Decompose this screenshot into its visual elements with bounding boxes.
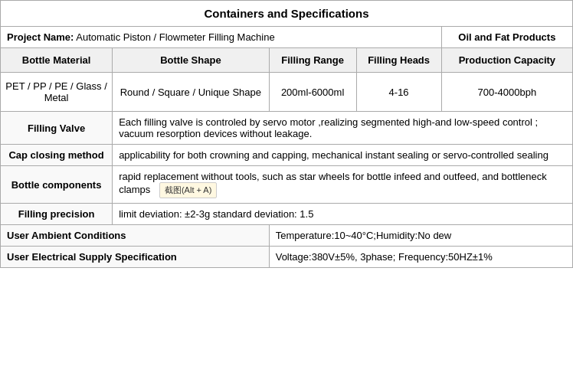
bottle-components-label: Bottle components: [1, 166, 113, 204]
project-row: Project Name: Automatic Piston / Flowmet…: [1, 27, 573, 48]
cap-closing-content: applicability for both crowning and capp…: [113, 145, 573, 166]
bottle-material-value: PET / PP / PE / Glass / Metal: [1, 73, 113, 112]
table-title: Containers and Specifications: [1, 1, 573, 27]
col-header-production: Production Capacity: [441, 48, 572, 73]
col-header-filling-range: Filling Range: [269, 48, 356, 73]
header-row: Bottle Material Bottle Shape Filling Ran…: [1, 48, 573, 73]
bottle-shape-value: Round / Square / Unique Shape: [113, 73, 270, 112]
cap-closing-label: Cap closing method: [1, 145, 113, 166]
project-name-cell: Project Name: Automatic Piston / Flowmet…: [1, 27, 442, 48]
filling-valve-row: Filling Valve Each filling valve is cont…: [1, 112, 573, 145]
filling-heads-value: 4-16: [356, 73, 441, 112]
product-type: Oil and Fat Products: [441, 27, 572, 48]
filling-range-value: 200ml-6000ml: [269, 73, 356, 112]
bottle-components-content: rapid replacement without tools, such as…: [113, 166, 573, 204]
bottle-components-row: Bottle components rapid replacement with…: [1, 166, 573, 204]
electrical-supply-content: Voltage:380V±5%, 3phase; Frequency:50HZ±…: [269, 247, 572, 268]
ambient-conditions-row: User Ambient Conditions Temperature:10~4…: [1, 225, 573, 247]
filling-precision-label: Filling precision: [1, 204, 113, 225]
cap-closing-row: Cap closing method applicability for bot…: [1, 145, 573, 166]
col-header-material: Bottle Material: [1, 48, 113, 73]
filling-valve-content: Each filling valve is controled by servo…: [113, 112, 573, 145]
project-name: Automatic Piston / Flowmeter Filling Mac…: [76, 31, 274, 43]
col-header-shape: Bottle Shape: [113, 48, 270, 73]
screenshot-badge[interactable]: 截图(Alt + A): [159, 182, 217, 198]
filling-precision-row: Filling precision limit deviation: ±2-3g…: [1, 204, 573, 225]
electrical-supply-label: User Electrical Supply Specification: [1, 247, 270, 268]
ambient-conditions-content: Temperature:10~40°C;Humidity:No dew: [269, 225, 572, 247]
data-row: PET / PP / PE / Glass / Metal Round / Sq…: [1, 73, 573, 112]
filling-valve-label: Filling Valve: [1, 112, 113, 145]
title-row: Containers and Specifications: [1, 1, 573, 27]
filling-precision-content: limit deviation: ±2-3g standard deviatio…: [113, 204, 573, 225]
production-capacity-value: 700-4000bph: [441, 73, 572, 112]
ambient-conditions-label: User Ambient Conditions: [1, 225, 270, 247]
project-label: Project Name:: [7, 31, 74, 43]
electrical-supply-row: User Electrical Supply Specification Vol…: [1, 247, 573, 268]
col-header-filling-heads: Filling Heads: [356, 48, 441, 73]
